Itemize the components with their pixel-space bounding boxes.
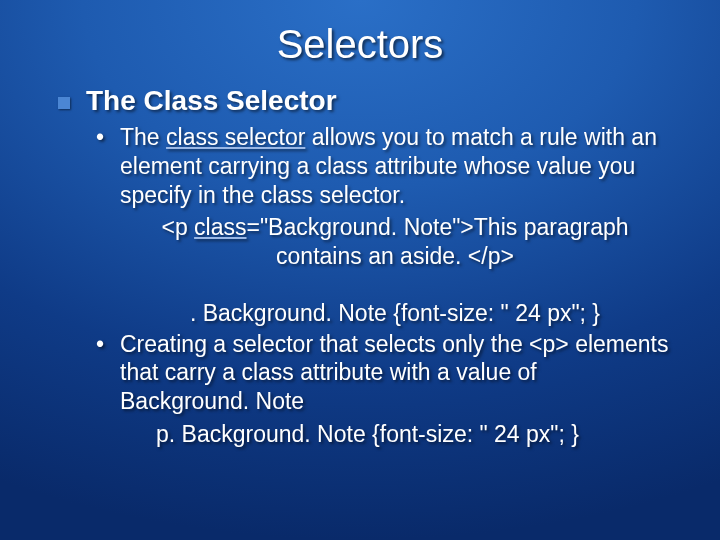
level2-container: The class selector allows you to match a… <box>58 123 670 449</box>
text-run: ="Background. Note">This paragraph conta… <box>247 214 629 269</box>
heading-level1: The Class Selector <box>58 85 670 117</box>
text-run: The <box>120 124 166 150</box>
css-rule: p. Background. Note {font-size: " 24 px"… <box>96 420 670 449</box>
underlined-text: class <box>194 214 246 240</box>
spacer <box>96 273 670 299</box>
css-rule: . Background. Note {font-size: " 24 px";… <box>96 299 670 328</box>
code-example: <p class="Background. Note">This paragra… <box>96 213 670 271</box>
underlined-text: class selector <box>166 124 305 150</box>
slide-body: The Class Selector The class selector al… <box>0 67 720 449</box>
slide: Selectors The Class Selector The class s… <box>0 0 720 540</box>
text-run: <p <box>161 214 194 240</box>
bullet-item: The class selector allows you to match a… <box>96 123 670 209</box>
bullet-item: Creating a selector that selects only th… <box>96 330 670 416</box>
slide-title: Selectors <box>0 0 720 67</box>
